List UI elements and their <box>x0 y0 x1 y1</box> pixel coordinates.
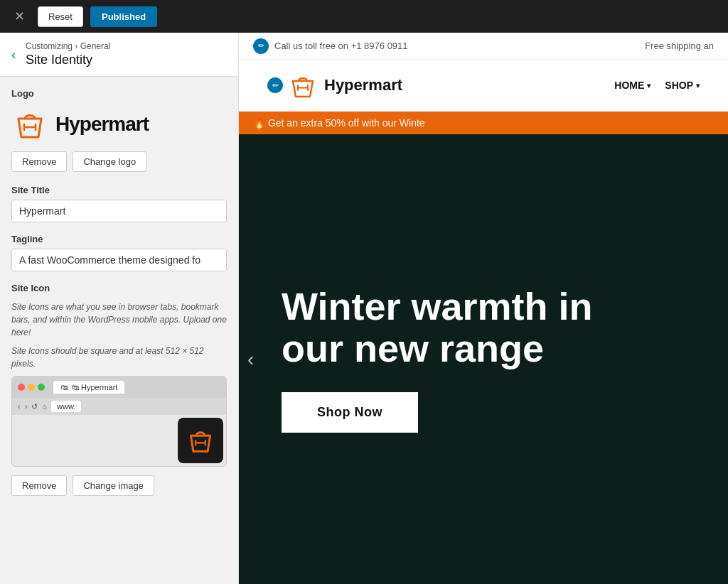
tab-label: 🛍 Hypermart <box>71 383 117 391</box>
site-title-input[interactable] <box>11 200 227 222</box>
dot-green <box>38 384 45 391</box>
tab-icon: 🛍 <box>60 383 68 391</box>
remove-logo-button[interactable]: Remove <box>11 151 67 172</box>
promo-banner: 🔥 Get an extra 50% off with our Winte <box>239 112 728 134</box>
site-title-label: Site Title <box>11 185 227 195</box>
dot-yellow <box>28 384 35 391</box>
hero-content: Winter warmth in our new range Shop Now <box>282 286 637 433</box>
logo-brand-name: Hypermart <box>55 113 149 136</box>
preview-brand-name: Hypermart <box>324 76 402 94</box>
preview-site-header: ✏ Hypermart HOME ▾ SHOP <box>239 60 728 112</box>
browser-address: www. <box>51 401 81 412</box>
breadcrumb: Customizing › General <box>26 41 227 51</box>
close-button[interactable]: ✕ <box>9 6 31 27</box>
preview-logo-area: ✏ Hypermart <box>267 71 402 99</box>
preview-logo: Hypermart <box>289 71 402 99</box>
logo-icon <box>11 106 48 143</box>
tagline-input[interactable] <box>11 249 227 271</box>
preview-topbar: ✏ Call us toll free on +1 8976 0911 Free… <box>239 33 728 60</box>
sidebar-header: ‹ Customizing › General Site Identity <box>0 33 238 77</box>
change-logo-button[interactable]: Change logo <box>73 151 146 172</box>
nav-shop-label: SHOP <box>665 80 693 91</box>
browser-mockup: 🛍 🛍 Hypermart ‹ › ↺ ⌂ www. <box>11 376 227 467</box>
hero-prev-arrow[interactable]: ‹ <box>247 348 254 371</box>
nav-item-home[interactable]: HOME ▾ <box>614 80 651 91</box>
sidebar-title: Site Identity <box>26 53 227 67</box>
site-icon-svg <box>185 425 216 456</box>
nav-home-icon: ⌂ <box>42 402 47 411</box>
reset-button[interactable]: Reset <box>38 6 83 27</box>
remove-icon-button[interactable]: Remove <box>11 475 67 496</box>
browser-chrome: 🛍 🛍 Hypermart <box>12 377 226 398</box>
nav-item-shop[interactable]: SHOP ▾ <box>665 80 700 91</box>
sidebar: ‹ Customizing › General Site Identity Lo… <box>0 33 239 584</box>
site-icon-desc1: Site Icons are what you see in browser t… <box>11 301 227 339</box>
change-image-button[interactable]: Change image <box>73 475 154 496</box>
site-icon-desc2: Site Icons should be square and at least… <box>11 345 227 370</box>
home-chevron-icon: ▾ <box>647 82 651 90</box>
preview-logo-svg <box>289 71 317 99</box>
published-button[interactable]: Published <box>90 6 157 27</box>
logo-preview: Hypermart <box>11 106 227 143</box>
back-button[interactable]: ‹ <box>6 44 21 65</box>
hero-section: ‹ Winter warmth in our new range Shop No… <box>239 134 728 584</box>
browser-nav: ‹ › ↺ ⌂ www. <box>12 398 226 415</box>
topbar-edit-icon: ✏ <box>253 38 269 54</box>
nav-home-label: HOME <box>614 80 644 91</box>
tagline-label: Tagline <box>11 234 227 244</box>
sidebar-content: Logo Hypermart Remove Change logo Site T… <box>0 77 238 520</box>
topbar-phone: Call us toll free on +1 8976 0911 <box>274 40 408 51</box>
nav-forward-icon: › <box>25 402 28 411</box>
site-icon-label: Site Icon <box>11 283 227 293</box>
logo-edit-icon: ✏ <box>267 77 283 93</box>
browser-body <box>12 415 226 466</box>
dot-red <box>18 384 25 391</box>
nav-refresh-icon: ↺ <box>31 402 38 411</box>
logo-btn-row: Remove Change logo <box>11 151 227 172</box>
site-icon-btn-row: Remove Change image <box>11 475 227 496</box>
preview-area: ✏ Call us toll free on +1 8976 0911 Free… <box>239 33 728 584</box>
logo-section-label: Logo <box>11 88 227 99</box>
browser-tab: 🛍 🛍 Hypermart <box>53 381 124 394</box>
hero-cta-button[interactable]: Shop Now <box>282 392 418 433</box>
shop-chevron-icon: ▾ <box>696 82 700 90</box>
top-bar: ✕ Reset Published <box>0 0 728 33</box>
topbar-shipping: Free shipping an <box>645 40 714 51</box>
preview-nav: HOME ▾ SHOP ▾ <box>614 80 700 91</box>
nav-back-icon: ‹ <box>18 402 21 411</box>
main-layout: ‹ Customizing › General Site Identity Lo… <box>0 33 728 584</box>
hero-title: Winter warmth in our new range <box>282 286 637 370</box>
site-icon-preview <box>178 418 223 463</box>
